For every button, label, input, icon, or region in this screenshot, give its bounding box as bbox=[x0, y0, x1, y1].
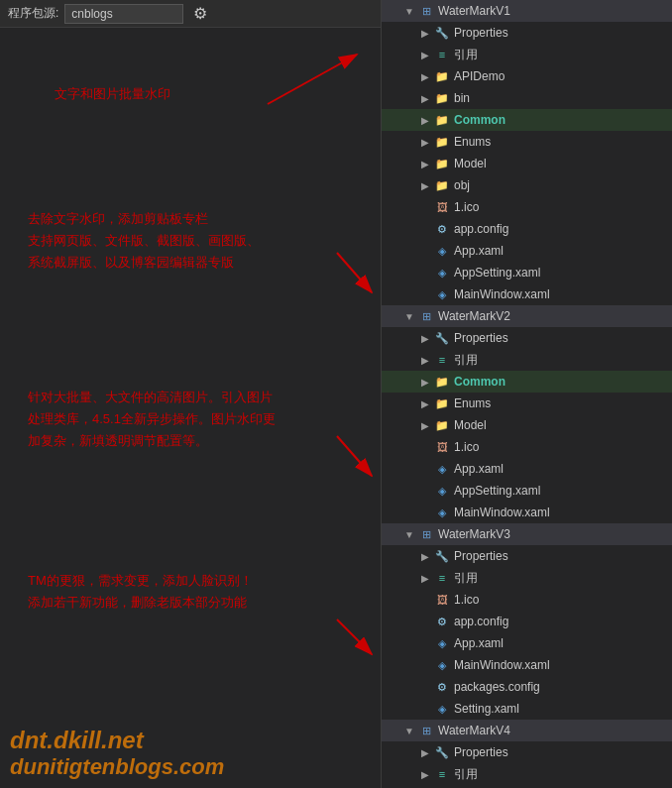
watermark: dnt.dkill.net dunitigtenblogs.com bbox=[10, 727, 224, 780]
item-ref-v4[interactable]: ▶ ≡ 引用 bbox=[382, 763, 672, 785]
item-common-v2[interactable]: ▶ 📁 Common bbox=[382, 371, 672, 393]
project-icon: ⊞ bbox=[417, 308, 435, 324]
expand-icon[interactable]: ▶ bbox=[417, 180, 433, 191]
watermark-line1: dnt.dkill.net bbox=[10, 727, 224, 754]
folder-icon: 📁 bbox=[433, 68, 451, 84]
annotation-4: TM的更狠，需求变更，添加人脸识别！ 添加若干新功能，删除老版本部分功能 bbox=[28, 570, 253, 614]
item-enums-v2[interactable]: ▶ 📁 Enums bbox=[382, 393, 672, 414]
expand-icon[interactable]: ▼ bbox=[401, 726, 417, 736]
item-obj-v1[interactable]: ▶ 📁 obj bbox=[382, 174, 672, 196]
item-mainwindowxaml-v2[interactable]: ◈ MainWindow.xaml bbox=[382, 502, 672, 523]
item-properties-v4[interactable]: ▶ 🔧 Properties bbox=[382, 741, 672, 763]
svg-line-2 bbox=[337, 253, 372, 292]
item-ref-v1[interactable]: ▶ ≡ 引用 bbox=[382, 44, 672, 65]
expand-icon[interactable]: ▶ bbox=[417, 93, 433, 104]
expand-icon[interactable]: ▶ bbox=[417, 115, 433, 126]
item-ico-v2[interactable]: 🖼 1.ico bbox=[382, 436, 672, 458]
ico-icon: 🖼 bbox=[433, 592, 451, 608]
expand-icon[interactable]: ▶ bbox=[417, 159, 433, 169]
item-properties-v1[interactable]: ▶ 🔧 Properties bbox=[382, 22, 672, 44]
top-bar: 程序包源: ⚙ bbox=[0, 0, 381, 28]
expand-icon[interactable]: ▶ bbox=[417, 747, 433, 758]
expand-icon[interactable]: ▶ bbox=[417, 28, 433, 39]
expand-icon[interactable]: ▶ bbox=[417, 355, 433, 366]
annotation-3: 针对大批量、大文件的高清图片。引入图片 处理类库，4.5.1全新异步操作。图片水… bbox=[28, 387, 276, 452]
project-label: WaterMarkV3 bbox=[438, 527, 510, 541]
folder-icon: 🔧 bbox=[433, 25, 451, 41]
project-watermarkv4[interactable]: ▼ ⊞ WaterMarkV4 bbox=[382, 720, 672, 741]
xaml-icon: ◈ bbox=[433, 505, 451, 520]
folder-icon: 📁 bbox=[433, 156, 451, 171]
folder-icon: 🔧 bbox=[433, 330, 451, 346]
item-ico-v3[interactable]: 🖼 1.ico bbox=[382, 589, 672, 611]
xaml-icon: ◈ bbox=[433, 657, 451, 673]
expand-icon[interactable]: ▶ bbox=[417, 551, 433, 562]
item-model-v2[interactable]: ▶ 📁 Model bbox=[382, 414, 672, 436]
xaml-icon: ◈ bbox=[433, 483, 451, 499]
folder-icon: 🔧 bbox=[433, 548, 451, 564]
project-label: WaterMarkV1 bbox=[438, 4, 510, 18]
expand-icon[interactable]: ▼ bbox=[401, 529, 417, 540]
watermark-line2: dunitigtenblogs.com bbox=[10, 754, 224, 780]
expand-icon[interactable]: ▼ bbox=[401, 6, 417, 17]
xaml-icon: ◈ bbox=[433, 461, 451, 477]
item-appxaml-v1[interactable]: ◈ App.xaml bbox=[382, 240, 672, 262]
item-properties-v2[interactable]: ▶ 🔧 Properties bbox=[382, 327, 672, 349]
item-apidemo-v1[interactable]: ▶ 📁 APIDemo bbox=[382, 65, 672, 87]
ref-icon: ≡ bbox=[433, 352, 451, 368]
expand-icon[interactable]: ▶ bbox=[417, 398, 433, 409]
item-ico-v1[interactable]: 🖼 1.ico bbox=[382, 196, 672, 218]
project-icon: ⊞ bbox=[417, 3, 435, 19]
project-label: WaterMarkV2 bbox=[438, 309, 510, 323]
folder-icon: 📁 bbox=[433, 90, 451, 106]
item-enums-v1[interactable]: ▶ 📁 Enums bbox=[382, 131, 672, 153]
expand-icon[interactable]: ▶ bbox=[417, 420, 433, 431]
expand-icon[interactable]: ▶ bbox=[417, 377, 433, 388]
folder-icon: 📁 bbox=[433, 395, 451, 411]
item-appsettingxaml-v1[interactable]: ◈ AppSetting.xaml bbox=[382, 262, 672, 283]
item-mainwindowxaml-v3[interactable]: ◈ MainWindow.xaml bbox=[382, 654, 672, 676]
item-appxaml-v2[interactable]: ◈ App.xaml bbox=[382, 458, 672, 480]
project-watermarkv3[interactable]: ▼ ⊞ WaterMarkV3 bbox=[382, 523, 672, 545]
folder-icon: 📁 bbox=[433, 134, 451, 150]
config-icon: ⚙ bbox=[433, 679, 451, 695]
item-ref-v3[interactable]: ▶ ≡ 引用 bbox=[382, 567, 672, 589]
project-watermarkv1[interactable]: ▼ ⊞ WaterMarkV1 bbox=[382, 0, 672, 22]
item-bin-v1[interactable]: ▶ 📁 bin bbox=[382, 87, 672, 109]
item-appsettingxaml-v2[interactable]: ◈ AppSetting.xaml bbox=[382, 480, 672, 502]
annotation-1: 文字和图片批量水印 bbox=[55, 84, 170, 105]
project-watermarkv2[interactable]: ▼ ⊞ WaterMarkV2 bbox=[382, 305, 672, 327]
expand-icon[interactable]: ▶ bbox=[417, 137, 433, 148]
xaml-icon: ◈ bbox=[433, 701, 451, 717]
item-appxaml-v3[interactable]: ◈ App.xaml bbox=[382, 632, 672, 654]
expand-icon[interactable]: ▼ bbox=[401, 311, 417, 322]
config-icon: ⚙ bbox=[433, 221, 451, 237]
item-settingxaml-v3[interactable]: ◈ Setting.xaml bbox=[382, 698, 672, 720]
gear-icon[interactable]: ⚙ bbox=[193, 4, 207, 23]
item-appconfig-v3[interactable]: ⚙ app.config bbox=[382, 611, 672, 632]
item-common-v1[interactable]: ▶ 📁 Common bbox=[382, 109, 672, 131]
expand-icon[interactable]: ▶ bbox=[417, 769, 433, 780]
common-label: Common bbox=[454, 375, 505, 389]
ref-icon: ≡ bbox=[433, 766, 451, 782]
project-label: WaterMarkV4 bbox=[438, 724, 510, 737]
ref-icon: ≡ bbox=[433, 47, 451, 62]
expand-icon[interactable]: ▶ bbox=[417, 333, 433, 344]
common-label: Common bbox=[454, 113, 505, 127]
svg-line-0 bbox=[268, 55, 357, 104]
expand-icon[interactable]: ▶ bbox=[417, 71, 433, 82]
ico-icon: 🖼 bbox=[433, 199, 451, 215]
expand-icon[interactable]: ▶ bbox=[417, 573, 433, 584]
item-model-v1[interactable]: ▶ 📁 Model bbox=[382, 153, 672, 174]
item-packagesconfig-v3[interactable]: ⚙ packages.config bbox=[382, 676, 672, 698]
item-ref-v2[interactable]: ▶ ≡ 引用 bbox=[382, 349, 672, 371]
item-properties-v3[interactable]: ▶ 🔧 Properties bbox=[382, 545, 672, 567]
config-icon: ⚙ bbox=[433, 614, 451, 629]
expand-icon[interactable]: ▶ bbox=[417, 50, 433, 60]
package-source-input[interactable] bbox=[64, 4, 183, 24]
item-mainwindowxaml-v1[interactable]: ◈ MainWindow.xaml bbox=[382, 283, 672, 305]
folder-icon: 🔧 bbox=[433, 744, 451, 760]
solution-explorer[interactable]: ▼ ⊞ WaterMarkV1 ▶ 🔧 Properties ▶ ≡ 引用 ▶ … bbox=[382, 0, 672, 788]
xaml-icon: ◈ bbox=[433, 635, 451, 651]
item-appconfig-v1[interactable]: ⚙ app.config bbox=[382, 218, 672, 240]
